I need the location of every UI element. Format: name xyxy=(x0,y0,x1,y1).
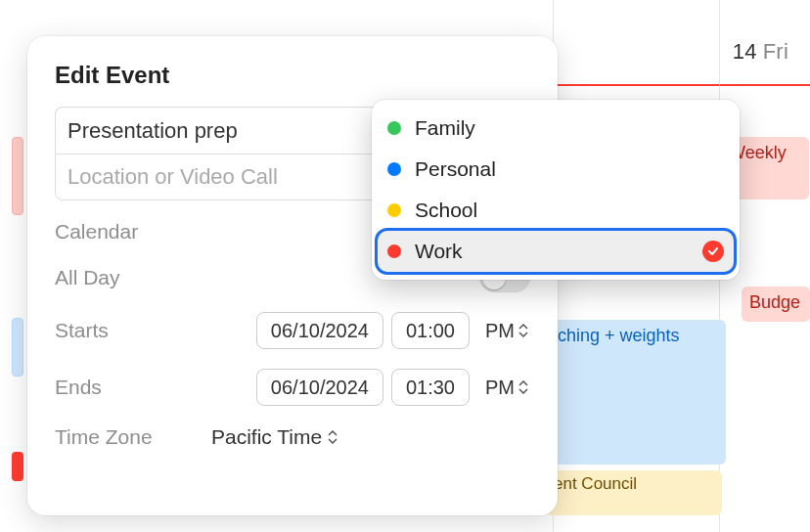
calendar-option-school[interactable]: School xyxy=(378,190,734,231)
timezone-value: Pacific Time xyxy=(211,425,322,449)
ends-date-input[interactable]: 06/10/2024 xyxy=(256,369,383,406)
starts-date-input[interactable]: 06/10/2024 xyxy=(256,312,383,349)
calendar-option-label: Work xyxy=(415,240,463,263)
ends-label: Ends xyxy=(55,376,211,399)
timezone-label: Time Zone xyxy=(55,425,211,449)
bg-day-weekday: Fri xyxy=(763,39,788,64)
color-dot-icon xyxy=(387,244,401,258)
calendar-label: Calendar xyxy=(55,220,211,244)
starts-ampm-select[interactable]: PM xyxy=(477,312,530,349)
calendar-option-family[interactable]: Family xyxy=(378,108,734,149)
bg-day-header: 14Fri xyxy=(733,39,788,65)
color-dot-icon xyxy=(387,203,401,217)
ends-ampm-label: PM xyxy=(485,377,515,399)
stepper-icon xyxy=(328,430,338,444)
bg-event-sliver xyxy=(12,318,23,377)
bg-event-sliver xyxy=(12,452,23,481)
stepper-icon xyxy=(518,324,528,337)
starts-time-input[interactable]: 01:00 xyxy=(391,312,470,349)
calendar-option-label: Personal xyxy=(415,157,496,181)
bg-event-council[interactable]: ent Council xyxy=(554,474,637,493)
bg-event-stretch[interactable]: ching + weights xyxy=(558,326,680,345)
calendar-option-personal[interactable]: Personal xyxy=(378,149,734,190)
bg-event-sliver xyxy=(12,137,23,215)
calendar-select-menu: Family Personal School Work xyxy=(372,100,740,280)
allday-label: All Day xyxy=(55,266,211,289)
ends-time-input[interactable]: 01:30 xyxy=(391,369,470,406)
current-time-indicator xyxy=(553,84,810,86)
bg-event-budget[interactable]: Budge xyxy=(749,292,800,312)
stepper-icon xyxy=(518,380,528,394)
bg-day-number: 14 xyxy=(733,39,757,64)
calendar-option-work[interactable]: Work xyxy=(378,231,734,272)
starts-row: Starts 06/10/2024 01:00 PM xyxy=(55,312,530,349)
color-dot-icon xyxy=(387,162,401,176)
checkmark-icon xyxy=(702,241,724,262)
ends-ampm-select[interactable]: PM xyxy=(477,369,530,406)
calendar-option-label: Family xyxy=(415,116,475,140)
timezone-row[interactable]: Time Zone Pacific Time xyxy=(55,425,530,449)
calendar-option-label: School xyxy=(415,199,477,222)
popover-title: Edit Event xyxy=(55,62,530,89)
starts-ampm-label: PM xyxy=(485,320,515,342)
starts-label: Starts xyxy=(55,319,211,342)
ends-row: Ends 06/10/2024 01:30 PM xyxy=(55,369,530,406)
color-dot-icon xyxy=(387,121,401,135)
